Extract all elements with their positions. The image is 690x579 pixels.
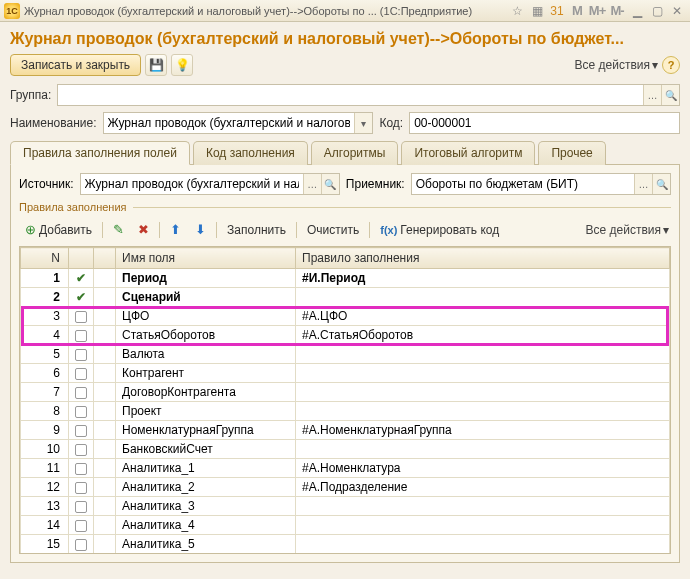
table-row[interactable]: 15Аналитика_5 — [21, 535, 670, 554]
table-row[interactable]: 13Аналитика_3 — [21, 497, 670, 516]
col-header-n[interactable]: N — [21, 248, 69, 269]
cell-req[interactable] — [69, 345, 94, 364]
favorite-icon[interactable]: ☆ — [508, 3, 526, 19]
table-row[interactable]: 14Аналитика_4 — [21, 516, 670, 535]
tab-1[interactable]: Код заполнения — [193, 141, 308, 165]
table-row[interactable]: 3ЦФО#А.ЦФО — [21, 307, 670, 326]
table-row[interactable]: 12Аналитика_2#А.Подразделение — [21, 478, 670, 497]
col-header-name[interactable]: Имя поля — [116, 248, 296, 269]
source-open-button[interactable]: 🔍 — [321, 174, 339, 194]
cell-req[interactable] — [69, 307, 94, 326]
calendar-icon[interactable]: 31 — [548, 3, 566, 19]
edit-button[interactable]: ✎ — [109, 220, 128, 239]
cell-fx[interactable] — [94, 497, 116, 516]
grid-icon[interactable]: ▦ — [528, 3, 546, 19]
table-row[interactable]: 11Аналитика_1#А.Номенклатура — [21, 459, 670, 478]
col-header-fx[interactable] — [94, 248, 116, 269]
table-row[interactable]: 5Валюта — [21, 345, 670, 364]
save-icon[interactable]: 💾 — [145, 54, 167, 76]
table-row[interactable]: 7ДоговорКонтрагента — [21, 383, 670, 402]
minimize-icon[interactable]: ▁ — [628, 3, 646, 19]
dest-input[interactable] — [412, 174, 634, 194]
cell-req[interactable] — [69, 421, 94, 440]
tab-2[interactable]: Алгоритмы — [311, 141, 399, 165]
cell-req[interactable] — [69, 497, 94, 516]
cell-req[interactable] — [69, 478, 94, 497]
cell-req[interactable]: ✔ — [69, 288, 94, 307]
cell-name: ЦФО — [116, 307, 296, 326]
memory-mminus-icon[interactable]: M- — [608, 3, 626, 19]
name-dropdown-button[interactable]: ▾ — [354, 113, 372, 133]
cell-req[interactable] — [69, 516, 94, 535]
source-input[interactable] — [81, 174, 303, 194]
source-select-button[interactable]: … — [303, 174, 321, 194]
clear-button[interactable]: Очистить — [303, 221, 363, 239]
move-up-button[interactable]: ⬆ — [166, 220, 185, 239]
cell-name: Сценарий — [116, 288, 296, 307]
cell-fx[interactable] — [94, 364, 116, 383]
generate-code-button[interactable]: f(x) Генерировать код — [376, 221, 503, 239]
cell-fx[interactable] — [94, 402, 116, 421]
name-input[interactable] — [104, 113, 355, 133]
dest-select-button[interactable]: … — [634, 174, 652, 194]
cell-n: 14 — [21, 516, 69, 535]
checkbox-icon — [75, 406, 87, 418]
tab-4[interactable]: Прочее — [538, 141, 605, 165]
rules-table-wrap[interactable]: N Имя поля Правило заполнения 1✔Период#И… — [19, 246, 671, 554]
move-down-button[interactable]: ⬇ — [191, 220, 210, 239]
window-title: Журнал проводок (бухгалтерский и налогов… — [24, 5, 508, 17]
code-input[interactable] — [410, 113, 679, 133]
fill-button[interactable]: Заполнить — [223, 221, 290, 239]
memory-m-icon[interactable]: M — [568, 3, 586, 19]
table-all-actions-dropdown[interactable]: Все действия ▾ — [586, 223, 669, 237]
table-row[interactable]: 2✔Сценарий — [21, 288, 670, 307]
col-header-req[interactable] — [69, 248, 94, 269]
checkbox-icon — [75, 482, 87, 494]
cell-fx[interactable] — [94, 440, 116, 459]
maximize-icon[interactable]: ▢ — [648, 3, 666, 19]
table-row[interactable]: 9НоменклатурнаяГруппа#А.НоменклатурнаяГр… — [21, 421, 670, 440]
cell-req[interactable] — [69, 364, 94, 383]
cell-req[interactable] — [69, 326, 94, 345]
memory-mplus-icon[interactable]: M+ — [588, 3, 606, 19]
group-input[interactable] — [58, 85, 643, 105]
table-row[interactable]: 8Проект — [21, 402, 670, 421]
cell-fx[interactable] — [94, 383, 116, 402]
cell-req[interactable] — [69, 440, 94, 459]
cell-fx[interactable] — [94, 535, 116, 554]
hint-icon[interactable]: 💡 — [171, 54, 193, 76]
cell-fx[interactable] — [94, 269, 116, 288]
add-button[interactable]: ⊕ Добавить — [21, 220, 96, 239]
cell-fx[interactable] — [94, 288, 116, 307]
cell-fx[interactable] — [94, 516, 116, 535]
group-select-button[interactable]: … — [643, 85, 661, 105]
cell-req[interactable] — [69, 535, 94, 554]
write-and-close-button[interactable]: Записать и закрыть — [10, 54, 141, 76]
cell-req[interactable] — [69, 383, 94, 402]
cell-fx[interactable] — [94, 326, 116, 345]
add-label: Добавить — [39, 223, 92, 237]
close-icon[interactable]: ✕ — [668, 3, 686, 19]
cell-req[interactable]: ✔ — [69, 269, 94, 288]
table-row[interactable]: 1✔Период#И.Период — [21, 269, 670, 288]
table-row[interactable]: 10БанковскийСчет — [21, 440, 670, 459]
table-row[interactable]: 6Контрагент — [21, 364, 670, 383]
cell-fx[interactable] — [94, 307, 116, 326]
cell-fx[interactable] — [94, 345, 116, 364]
tab-3[interactable]: Итоговый алгоритм — [401, 141, 535, 165]
cell-fx[interactable] — [94, 478, 116, 497]
cell-fx[interactable] — [94, 421, 116, 440]
dest-open-button[interactable]: 🔍 — [652, 174, 670, 194]
code-label: Код: — [379, 116, 403, 130]
help-icon[interactable]: ? — [662, 56, 680, 74]
group-open-button[interactable]: 🔍 — [661, 85, 679, 105]
tab-0[interactable]: Правила заполнения полей — [10, 141, 190, 165]
table-row[interactable]: 4СтатьяОборотов#А.СтатьяОборотов — [21, 326, 670, 345]
cell-req[interactable] — [69, 459, 94, 478]
cell-rule: #А.СтатьяОборотов — [296, 326, 670, 345]
cell-req[interactable] — [69, 402, 94, 421]
delete-button[interactable]: ✖ — [134, 220, 153, 239]
cell-fx[interactable] — [94, 459, 116, 478]
all-actions-dropdown[interactable]: Все действия ▾ — [575, 58, 658, 72]
col-header-rule[interactable]: Правило заполнения — [296, 248, 670, 269]
